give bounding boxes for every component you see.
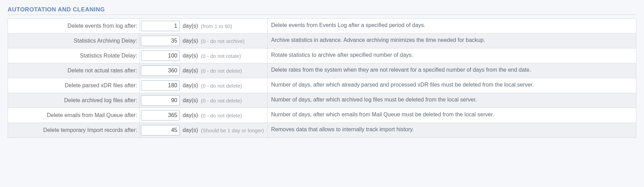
input-hint: (Should be 1 day or longer) bbox=[201, 127, 264, 133]
unit-label: day(s) bbox=[182, 112, 198, 118]
row-desc: Removes data that allows to internally t… bbox=[268, 123, 636, 138]
input-hint: (from 1 to 90) bbox=[201, 23, 232, 29]
delete-rates-input[interactable] bbox=[141, 65, 180, 76]
section-title: AUTOROTATION AND CLEANING bbox=[8, 6, 636, 15]
row-input-cell: day(s) (0 - do not delete) bbox=[140, 93, 268, 108]
input-hint: (0 - do not delete) bbox=[201, 113, 242, 118]
row-input-cell: day(s) (0 - do not delete) bbox=[140, 78, 268, 93]
unit-label: day(s) bbox=[182, 23, 198, 29]
delete-emails-input[interactable] bbox=[141, 110, 180, 121]
table-row: Delete not actual rates after: day(s) (0… bbox=[8, 63, 636, 78]
row-label: Statistics Archiving Delay: bbox=[8, 34, 140, 48]
unit-label: day(s) bbox=[182, 127, 198, 133]
row-input-cell: day(s) (Should be 1 day or longer) bbox=[140, 123, 268, 138]
row-label: Delete events from log after: bbox=[8, 19, 140, 34]
row-input-cell: day(s) (0 - do not delete) bbox=[140, 63, 268, 78]
row-label: Statistics Rotate Delay: bbox=[8, 48, 140, 63]
table-row: Statistics Rotate Delay: day(s) (0 - do … bbox=[8, 48, 636, 63]
row-desc: Number of days, after which emails from … bbox=[268, 108, 636, 123]
unit-label: day(s) bbox=[182, 68, 198, 74]
unit-label: day(s) bbox=[182, 97, 198, 104]
unit-label: day(s) bbox=[182, 82, 198, 89]
input-hint: (0 - do not delete) bbox=[201, 68, 242, 74]
row-label: Delete emails from Mail Queue after: bbox=[8, 108, 140, 123]
row-desc: Number of days, after which already pars… bbox=[268, 78, 636, 93]
row-input-cell: day(s) (from 1 to 90) bbox=[140, 19, 268, 34]
row-desc: Delete rates from the system when they a… bbox=[268, 63, 636, 78]
row-input-cell: day(s) (0 - do not delete) bbox=[140, 108, 268, 123]
row-input-cell: day(s) (0 - do not archive) bbox=[140, 34, 268, 48]
table-row: Delete parsed xDR files after: day(s) (0… bbox=[8, 78, 636, 93]
delete-archived-logs-input[interactable] bbox=[141, 95, 180, 106]
input-hint: (0 - do not delete) bbox=[201, 98, 242, 104]
statistics-archiving-input[interactable] bbox=[141, 36, 180, 46]
row-input-cell: day(s) (0 - do not rotate) bbox=[140, 48, 268, 63]
input-hint: (0 - do not rotate) bbox=[201, 53, 241, 59]
unit-label: day(s) bbox=[182, 53, 198, 59]
table-row: Delete events from log after: day(s) (fr… bbox=[8, 19, 636, 34]
delete-events-input[interactable] bbox=[141, 21, 180, 31]
table-row: Delete temporary Import records after: d… bbox=[8, 123, 636, 138]
statistics-rotate-input[interactable] bbox=[141, 51, 180, 61]
delete-xdr-input[interactable] bbox=[141, 80, 180, 91]
table-row: Delete archived log files after: day(s) … bbox=[8, 93, 636, 108]
row-label: Delete archived log files after: bbox=[8, 93, 140, 108]
table-row: Delete emails from Mail Queue after: day… bbox=[8, 108, 636, 123]
autorotation-settings-table: Delete events from log after: day(s) (fr… bbox=[8, 18, 636, 138]
input-hint: (0 - do not archive) bbox=[201, 38, 244, 44]
delete-import-records-input[interactable] bbox=[141, 125, 180, 135]
table-row: Statistics Archiving Delay: day(s) (0 - … bbox=[8, 34, 636, 48]
row-label: Delete not actual rates after: bbox=[8, 63, 140, 78]
row-desc: Rotate statistics to archive after speci… bbox=[268, 48, 636, 63]
row-desc: Delete events from Events Log after a sp… bbox=[268, 19, 636, 34]
row-desc: Archive statistics in advance. Advance a… bbox=[268, 34, 636, 48]
input-hint: (0 - do not delete) bbox=[201, 83, 242, 89]
row-label: Delete temporary Import records after: bbox=[8, 123, 140, 138]
row-desc: Number of days, after which archived log… bbox=[268, 93, 636, 108]
unit-label: day(s) bbox=[182, 38, 198, 44]
row-label: Delete parsed xDR files after: bbox=[8, 78, 140, 93]
